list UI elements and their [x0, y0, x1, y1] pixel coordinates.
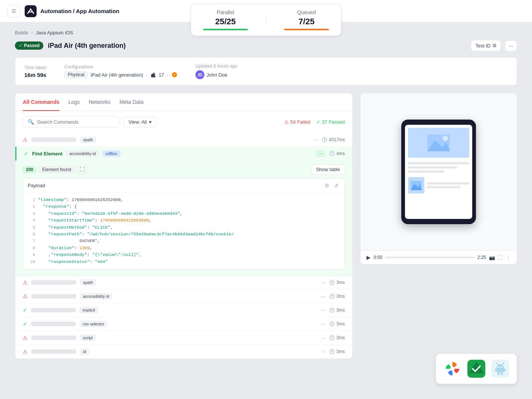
cmd-time: 🕐 3ms — [329, 335, 345, 340]
table-row[interactable]: ⚠ accessibility id ··· 🕐 3ms — [15, 290, 352, 303]
time-section: Time taken 16m 59s — [24, 65, 46, 78]
payload-actions: ⧉ ↺ — [324, 182, 340, 189]
cmd-name-placeholder — [31, 280, 76, 285]
avatar-row: JD John Doe — [195, 70, 237, 79]
cmd-tag: accessibility id — [80, 293, 112, 299]
fail-icon: ⚠ — [23, 137, 28, 143]
search-box[interactable]: 🔍 — [23, 116, 120, 127]
main-content: Builds › Java Appium iOS ✓ Passed iPad A… — [0, 22, 532, 366]
copy-payload-button[interactable]: ⧉ — [324, 182, 330, 189]
search-input[interactable] — [37, 119, 115, 125]
refresh-payload-button[interactable]: ↺ — [332, 182, 340, 189]
screen-image-top — [408, 128, 469, 158]
clock-icon: 🕐 — [329, 294, 335, 299]
fullscreen-button[interactable]: ⛶ — [498, 255, 503, 260]
apple-icon — [151, 72, 156, 77]
progress-bar[interactable] — [385, 257, 474, 258]
config-device: iPad Air (4th generation) — [91, 72, 143, 78]
page-header-right: Test ID ⧉ ··· — [471, 40, 517, 51]
config-dot2: · — [167, 72, 168, 78]
svg-rect-15 — [497, 368, 504, 372]
pinwheel-app-icon — [443, 360, 461, 378]
cmd-time: 🕐 3ms — [329, 307, 345, 313]
config-dot: · — [146, 72, 148, 78]
table-row[interactable]: ⚠ xpath ··· 🕐 4017ms — [15, 133, 352, 147]
cmd-name-placeholder — [31, 349, 76, 354]
top-bar: ☰ Automation / App Automation Parallel 2… — [0, 0, 532, 22]
cmd-more-button[interactable]: ··· — [321, 335, 326, 341]
device-view — [361, 93, 517, 250]
test-id-button[interactable]: Test ID ⧉ — [471, 40, 501, 51]
view-filter-button[interactable]: View: All ▾ — [124, 117, 157, 127]
passed-stat: ✓ 37 Passed — [316, 119, 345, 125]
passed-label: Passed — [24, 43, 40, 48]
breadcrumb-builds[interactable]: Builds — [15, 30, 28, 35]
expanded-command-area: 200 Element found ⛶ Show table Payload — [15, 161, 352, 276]
cmd-tag-urlbox: urlBox — [103, 151, 120, 157]
small-mountain-icon — [411, 181, 422, 190]
cmd-time: 🕐 3ms — [329, 321, 345, 327]
more-options-button[interactable]: ··· — [505, 40, 517, 51]
cmd-more-button[interactable]: ··· — [314, 137, 318, 143]
svg-rect-0 — [25, 5, 37, 17]
table-row[interactable]: ⚠ script ··· 🕐 3ms — [15, 331, 352, 345]
svg-rect-23 — [501, 372, 503, 375]
screen-line — [408, 162, 469, 164]
parallel-bar — [203, 29, 248, 30]
status-widget: Parallel 25/25 Queued 7/25 — [191, 4, 341, 36]
table-row[interactable]: ✓ css selector ··· 🕐 3ms — [15, 317, 352, 331]
tab-logs[interactable]: Logs — [68, 94, 80, 111]
clock-icon: 🕐 — [329, 280, 335, 285]
status-divider — [266, 12, 266, 27]
cmd-name-placeholder — [31, 335, 76, 340]
expand-image-button[interactable]: ⛶ — [77, 165, 87, 174]
screen-small-lines — [427, 177, 469, 194]
hamburger-button[interactable]: ☰ — [7, 5, 20, 18]
play-button[interactable]: ▶ — [366, 254, 371, 260]
cmd-more-button[interactable]: ··· — [321, 293, 326, 299]
table-row[interactable]: ⚠ id ··· 🕐 3ms — [15, 345, 352, 359]
info-card: Time taken 16m 59s Configurations Physic… — [15, 57, 517, 86]
clock-icon-2: 🕐 — [329, 151, 335, 156]
table-row[interactable]: ⚠ xpath ··· 🕐 3ms — [15, 276, 352, 290]
cmd-more-button[interactable]: ··· — [321, 279, 326, 285]
page-header: ✓ Passed iPad Air (4th generation) Test … — [15, 40, 517, 51]
user-name: John Doe — [207, 72, 228, 78]
screen-small-image — [408, 177, 424, 194]
time-value: 16m 59s — [24, 72, 46, 78]
cmd-tag-green: ··· — [316, 151, 325, 157]
svg-point-17 — [501, 366, 502, 368]
current-time: 0:00 — [374, 255, 382, 260]
cmd-tag: css selector — [80, 321, 107, 327]
svg-point-21 — [503, 362, 504, 364]
table-row[interactable]: ✓ Find Element accessibility-id urlBox ·… — [15, 147, 352, 161]
search-icon: 🔍 — [28, 119, 34, 125]
screenshot-button[interactable]: 📷 — [489, 255, 495, 260]
svg-point-6 — [443, 136, 448, 141]
cmd-more-button[interactable]: ··· — [321, 349, 326, 355]
table-row[interactable]: ✓ implicit ··· 🕐 3ms — [15, 303, 352, 317]
payload-area: Payload ⧉ ↺ 1"timestamp": 17056656016252… — [23, 178, 345, 269]
element-found-tag: Element found — [39, 166, 74, 173]
warning-icon: ⚠ — [284, 119, 289, 125]
tab-networks[interactable]: Networks — [89, 94, 110, 111]
svg-point-16 — [498, 366, 499, 368]
page-title: iPad Air (4th generation) — [48, 42, 126, 50]
screen-line — [427, 182, 469, 185]
check-icon: ✓ — [19, 43, 22, 48]
screen-line — [408, 166, 457, 168]
cmd-more-button[interactable]: ··· — [321, 321, 326, 327]
tab-meta-data[interactable]: Meta Data — [120, 94, 144, 111]
cmd-time: 🕐 3ms — [329, 280, 345, 285]
green-check-svg — [467, 360, 485, 378]
screen-line — [427, 186, 461, 188]
video-more-button[interactable]: ⋮ — [506, 255, 511, 260]
tab-all-commands[interactable]: All Commands — [23, 94, 59, 111]
config-badge: Physical — [64, 71, 88, 78]
failed-stat: ⚠ 54 Failed — [284, 119, 310, 125]
queued-section: Queued 7/25 — [284, 9, 329, 30]
cmd-tag-xpath: xpath — [80, 137, 96, 143]
pass-icon: ✓ — [23, 307, 27, 313]
cmd-more-button[interactable]: ··· — [321, 307, 326, 313]
show-table-button[interactable]: Show table — [311, 164, 345, 174]
